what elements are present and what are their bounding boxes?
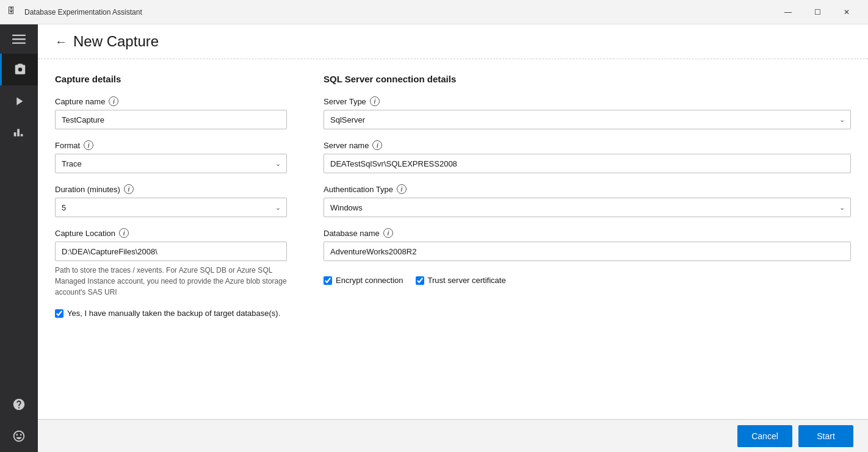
app-icon: 🗄 bbox=[7, 6, 20, 18]
encrypt-connection-row: Encrypt connection bbox=[324, 276, 403, 285]
database-name-group: Database name i bbox=[324, 228, 851, 261]
capture-location-input[interactable] bbox=[55, 242, 287, 261]
trust-server-certificate-checkbox[interactable] bbox=[416, 276, 424, 285]
auth-type-label: Authentication Type i bbox=[324, 184, 851, 194]
left-column: Capture details Capture name i bbox=[55, 74, 287, 318]
server-name-label: Server name i bbox=[324, 140, 851, 150]
database-name-input[interactable] bbox=[324, 242, 851, 261]
page-header: ← New Capture bbox=[38, 24, 868, 59]
right-section-title: SQL Server connection details bbox=[324, 74, 851, 84]
server-name-info-icon[interactable]: i bbox=[372, 140, 382, 150]
capture-name-info-icon[interactable]: i bbox=[109, 96, 118, 106]
security-options-row: Encrypt connection Trust server certific… bbox=[324, 272, 851, 285]
sidebar-item-analysis[interactable] bbox=[0, 117, 38, 149]
format-select[interactable]: Trace XEvents bbox=[55, 154, 287, 173]
server-type-group: Server Type i SqlServer Azure SQL DB Azu… bbox=[324, 96, 851, 129]
app-title: Database Experimentation Assistant bbox=[24, 8, 774, 16]
database-name-label: Database name i bbox=[324, 228, 851, 238]
capture-location-helper: Path to store the traces / xevents. For … bbox=[55, 265, 287, 298]
format-info-icon[interactable]: i bbox=[84, 140, 93, 150]
capture-name-label: Capture name i bbox=[55, 96, 287, 106]
encrypt-connection-checkbox[interactable] bbox=[324, 276, 332, 285]
duration-group: Duration (minutes) i 5 10 15 30 60 bbox=[55, 184, 287, 217]
window-controls: — ☐ ✕ bbox=[774, 2, 861, 22]
server-name-input[interactable] bbox=[324, 154, 851, 173]
left-section-title: Capture details bbox=[55, 74, 287, 84]
duration-select-wrapper: 5 10 15 30 60 ⌄ bbox=[55, 198, 287, 217]
server-type-select[interactable]: SqlServer Azure SQL DB Azure SQL Managed… bbox=[324, 110, 851, 129]
database-name-info-icon[interactable]: i bbox=[383, 228, 393, 238]
auth-type-info-icon[interactable]: i bbox=[397, 184, 407, 194]
right-column: SQL Server connection details Server Typ… bbox=[324, 74, 851, 318]
hamburger-menu[interactable] bbox=[0, 24, 38, 54]
backup-checkbox-label[interactable]: Yes, I have manually taken the backup of… bbox=[67, 309, 280, 318]
format-label: Format i bbox=[55, 140, 287, 150]
auth-type-select-wrapper: Windows SQL Server Authentication ⌄ bbox=[324, 198, 851, 217]
svg-rect-2 bbox=[12, 43, 26, 44]
backup-checkbox-row: Yes, I have manually taken the backup of… bbox=[55, 309, 287, 318]
cancel-button[interactable]: Cancel bbox=[737, 425, 792, 447]
svg-rect-1 bbox=[12, 38, 26, 40]
sidebar bbox=[0, 24, 38, 452]
trust-cert-row: Trust server certificate bbox=[416, 276, 506, 285]
format-group: Format i Trace XEvents ⌄ bbox=[55, 140, 287, 173]
close-button[interactable]: ✕ bbox=[833, 2, 861, 22]
trust-server-certificate-label[interactable]: Trust server certificate bbox=[428, 276, 506, 285]
title-bar: 🗄 Database Experimentation Assistant — ☐… bbox=[0, 0, 868, 24]
sidebar-item-replay[interactable] bbox=[0, 85, 38, 117]
capture-location-info-icon[interactable]: i bbox=[119, 228, 129, 238]
sidebar-item-feedback[interactable] bbox=[0, 420, 38, 452]
server-name-group: Server name i bbox=[324, 140, 851, 173]
form-layout: Capture details Capture name i bbox=[55, 74, 851, 318]
format-select-wrapper: Trace XEvents ⌄ bbox=[55, 154, 287, 173]
server-type-select-wrapper: SqlServer Azure SQL DB Azure SQL Managed… bbox=[324, 110, 851, 129]
maximize-button[interactable]: ☐ bbox=[803, 2, 831, 22]
backup-checkbox[interactable] bbox=[55, 309, 63, 318]
capture-location-group: Capture Location i Path to store the tra… bbox=[55, 228, 287, 298]
encrypt-connection-label[interactable]: Encrypt connection bbox=[336, 276, 403, 285]
back-button[interactable]: ← bbox=[55, 35, 67, 48]
sidebar-item-help[interactable] bbox=[0, 389, 38, 420]
server-type-info-icon[interactable]: i bbox=[370, 96, 380, 106]
auth-type-group: Authentication Type i Windows SQL Server… bbox=[324, 184, 851, 217]
auth-type-select[interactable]: Windows SQL Server Authentication bbox=[324, 198, 851, 217]
capture-location-label: Capture Location i bbox=[55, 228, 287, 238]
capture-name-input[interactable] bbox=[55, 110, 287, 129]
duration-select[interactable]: 5 10 15 30 60 bbox=[55, 198, 287, 217]
bottom-bar: Cancel Start bbox=[38, 419, 868, 452]
svg-rect-0 bbox=[12, 35, 26, 36]
scroll-area: Capture details Capture name i bbox=[38, 59, 868, 419]
start-button[interactable]: Start bbox=[798, 425, 853, 447]
main-content: ← New Capture Capture details Capture na… bbox=[38, 24, 868, 452]
server-type-label: Server Type i bbox=[324, 96, 851, 106]
minimize-button[interactable]: — bbox=[774, 2, 802, 22]
duration-label: Duration (minutes) i bbox=[55, 184, 287, 194]
capture-name-group: Capture name i bbox=[55, 96, 287, 129]
page-title: New Capture bbox=[73, 33, 159, 50]
duration-info-icon[interactable]: i bbox=[124, 184, 134, 194]
sidebar-item-capture[interactable] bbox=[0, 54, 38, 85]
